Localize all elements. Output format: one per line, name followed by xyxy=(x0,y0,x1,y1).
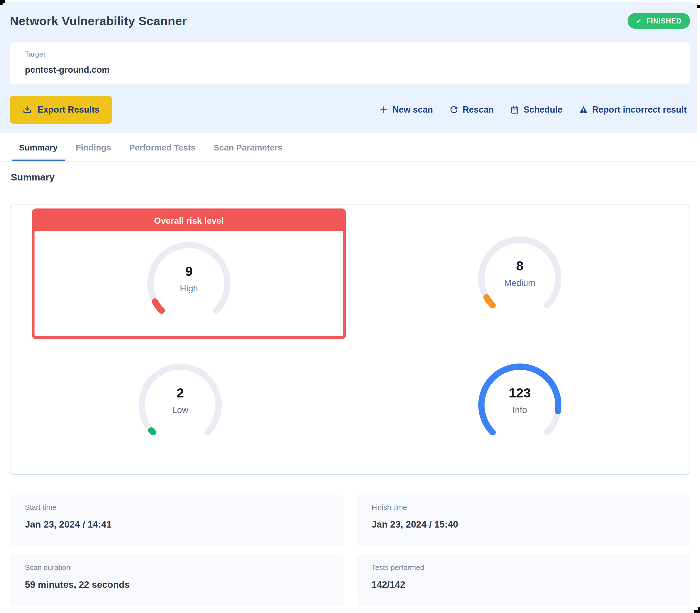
tab-scan-parameters[interactable]: Scan Parameters xyxy=(207,133,290,161)
gauge-cell-medium: 8 Medium xyxy=(350,205,690,347)
check-icon: ✓ xyxy=(636,17,643,25)
risk-summary-card: 8 Medium 2 Low xyxy=(10,205,690,475)
report-incorrect-result-link[interactable]: Report incorrect result xyxy=(579,105,687,115)
actions-row: Export Results New scan xyxy=(10,96,690,123)
tab-summary[interactable]: Summary xyxy=(12,133,65,161)
new-scan-link[interactable]: New scan xyxy=(379,105,433,115)
target-card: Target pentest-ground.com xyxy=(10,42,690,84)
gauge-cell-low: 2 Low xyxy=(11,347,350,474)
report-incorrect-result-label: Report incorrect result xyxy=(592,105,687,115)
overall-risk-level-title: Overall risk level xyxy=(34,211,344,231)
start-time-value: Jan 23, 2024 / 14:41 xyxy=(25,519,329,530)
schedule-label: Schedule xyxy=(524,105,563,115)
medium-count: 8 xyxy=(516,258,524,274)
low-label: Low xyxy=(172,405,188,415)
crop-artifact xyxy=(0,0,5,3)
plus-icon xyxy=(379,105,388,114)
high-label: High xyxy=(180,284,198,294)
download-icon xyxy=(22,105,32,115)
finish-time-card: Finish time Jan 23, 2024 / 15:40 xyxy=(357,495,690,546)
crop-artifact xyxy=(0,3,2,5)
summary-content: Summary 8 Medium xyxy=(0,172,697,606)
tab-findings[interactable]: Findings xyxy=(69,133,118,161)
tab-bar: Summary Findings Performed Tests Scan Pa… xyxy=(0,133,697,161)
tests-performed-card: Tests performed 142/142 xyxy=(357,555,690,606)
refresh-icon xyxy=(449,105,459,114)
target-label: Target xyxy=(25,50,675,58)
start-time-card: Start time Jan 23, 2024 / 14:41 xyxy=(10,495,344,546)
scanner-app-window: Network Vulnerability Scanner ✓ FINISHED… xyxy=(0,2,697,613)
scan-details-grid: Start time Jan 23, 2024 / 14:41 Finish t… xyxy=(10,495,690,606)
status-badge: ✓ FINISHED xyxy=(628,13,690,29)
info-count: 123 xyxy=(509,385,531,401)
scan-header: Network Vulnerability Scanner ✓ FINISHED… xyxy=(0,2,697,133)
tests-performed-value: 142/142 xyxy=(372,579,675,590)
page-title: Network Vulnerability Scanner xyxy=(10,14,187,28)
crop-artifact xyxy=(697,5,700,8)
gauge-cell-info: 123 Info xyxy=(350,347,690,474)
scan-duration-label: Scan duration xyxy=(25,563,329,572)
calendar-icon xyxy=(510,105,519,114)
export-results-label: Export Results xyxy=(38,105,100,115)
finish-time-label: Finish time xyxy=(372,503,675,512)
crop-artifact xyxy=(694,610,700,613)
high-count: 9 xyxy=(185,263,193,279)
schedule-link[interactable]: Schedule xyxy=(510,105,563,115)
overall-risk-level-callout: Overall risk level 9 High xyxy=(32,208,346,339)
new-scan-label: New scan xyxy=(393,105,433,115)
info-severity-gauge: 123 Info xyxy=(472,357,568,453)
rescan-link[interactable]: Rescan xyxy=(449,105,494,115)
gauge-text: 123 Info xyxy=(472,357,568,453)
info-label: Info xyxy=(513,405,527,415)
scan-duration-card: Scan duration 59 minutes, 22 seconds xyxy=(10,555,344,606)
tab-performed-tests[interactable]: Performed Tests xyxy=(122,133,203,161)
gauge-text: 2 Low xyxy=(132,357,228,453)
finish-time-value: Jan 23, 2024 / 15:40 xyxy=(372,519,675,530)
low-count: 2 xyxy=(176,385,184,401)
status-badge-label: FINISHED xyxy=(646,17,682,25)
medium-severity-gauge: 8 Medium xyxy=(472,230,568,326)
scan-duration-value: 59 minutes, 22 seconds xyxy=(25,579,329,590)
gauge-text: 8 Medium xyxy=(472,230,568,326)
tests-performed-label: Tests performed xyxy=(372,563,675,572)
section-title: Summary xyxy=(11,172,690,183)
start-time-label: Start time xyxy=(25,503,329,512)
export-results-button[interactable]: Export Results xyxy=(10,96,112,123)
target-value: pentest-ground.com xyxy=(25,65,675,75)
overall-risk-level-body: 9 High xyxy=(35,231,343,331)
low-severity-gauge: 2 Low xyxy=(132,357,228,453)
high-severity-gauge: 9 High xyxy=(141,235,237,331)
warning-icon xyxy=(579,105,588,114)
gauge-text: 9 High xyxy=(141,235,237,331)
medium-label: Medium xyxy=(504,278,536,288)
header-action-links: New scan Rescan Sc xyxy=(379,105,690,115)
rescan-label: Rescan xyxy=(463,105,494,115)
title-row: Network Vulnerability Scanner ✓ FINISHED xyxy=(10,11,690,31)
